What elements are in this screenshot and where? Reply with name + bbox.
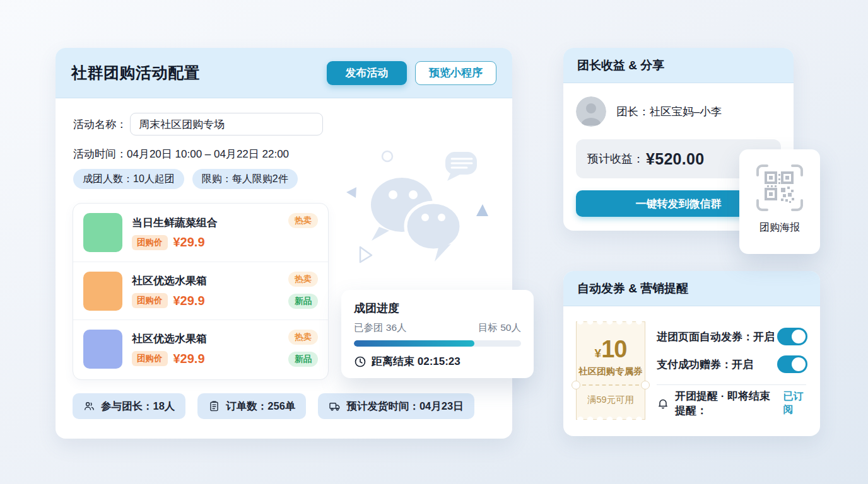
auto-coupon-card: 自动发券 & 营销提醒 ¥10 社区团购专属券 满59元可用 进团页面自动发券：… <box>563 271 820 436</box>
publish-activity-button[interactable]: 发布活动 <box>327 61 407 85</box>
product-price: ¥29.9 <box>173 352 205 366</box>
progress-title: 成团进度 <box>354 301 521 316</box>
group-poster-card[interactable]: 团购海报 <box>739 149 820 254</box>
auto-issue-toggle[interactable] <box>777 328 807 345</box>
coupon-condition: 满59元可用 <box>577 394 645 406</box>
group-price-tag: 团购价 <box>132 235 168 250</box>
coupon-name: 社区团购专属券 <box>577 366 645 377</box>
earnings-header: 团长收益 & 分享 <box>563 48 794 83</box>
page-title: 社群团购活动配置 <box>71 62 200 83</box>
income-label: 预计收益： <box>587 151 644 166</box>
activity-config-header: 社群团购活动配置 发布活动 预览小程序 <box>56 48 512 98</box>
payment-gift-label: 支付成功赠券：开启 <box>657 357 753 372</box>
group-progress-card: 成团进度 已参团 36人 目标 50人 距离结束 02:15:23 <box>341 290 534 378</box>
countdown-text: 距离结束 02:15:23 <box>372 354 460 369</box>
product-thumbnail <box>83 330 122 369</box>
activity-time-value: 04月20日 10:00 – 04月22日 22:00 <box>127 148 289 160</box>
activity-config-card: 社群团购活动配置 发布活动 预览小程序 <box>56 48 512 439</box>
subscribed-link[interactable]: 已订阅 <box>783 390 807 417</box>
header-buttons: 发布活动 预览小程序 <box>327 61 496 85</box>
marketing-header: 自动发券 & 营销提醒 <box>563 271 820 306</box>
rule-pills: 成团人数：10人起团 限购：每人限购2件 <box>73 169 298 189</box>
auto-issue-label: 进团页面自动发券：开启 <box>657 330 775 344</box>
hot-badge: 热卖 <box>288 330 318 345</box>
hot-badge: 热卖 <box>288 213 318 228</box>
people-icon <box>83 400 95 412</box>
activity-name-row: 活动名称： <box>73 113 323 135</box>
leader-name: 团长：社区宝妈–小李 <box>616 104 722 119</box>
coupon-ticket: ¥10 社区团购专属券 满59元可用 <box>576 321 645 420</box>
orders-icon <box>208 400 220 412</box>
new-badge: 新品 <box>288 352 318 367</box>
poster-label: 团购海报 <box>760 221 800 234</box>
product-price: ¥29.9 <box>173 235 205 250</box>
orders-stat-text: 订单数：256单 <box>226 400 295 413</box>
preview-miniprogram-button[interactable]: 预览小程序 <box>415 61 496 85</box>
bell-icon <box>657 397 669 410</box>
wechat-watermark <box>343 148 494 268</box>
joined-count: 已参团 36人 <box>354 321 407 335</box>
product-list: 当日生鲜蔬菜组合 团购价 ¥29.9 热卖 社区优选水果箱 <box>73 203 329 380</box>
product-thumbnail <box>83 213 122 252</box>
payment-gift-toggle[interactable] <box>777 355 807 373</box>
group-size-pill: 成团人数：10人起团 <box>73 169 184 189</box>
leaders-stat-pill: 参与团长：18人 <box>73 393 185 419</box>
product-thumbnail <box>83 272 122 311</box>
product-name: 当日生鲜蔬菜组合 <box>132 216 218 230</box>
activity-time-row: 活动时间：04月20日 10:00 – 04月22日 22:00 <box>73 147 289 161</box>
activity-time-label: 活动时间： <box>73 148 127 160</box>
hot-badge: 热卖 <box>288 272 318 287</box>
truck-icon <box>329 400 341 412</box>
coupon-amount: 10 <box>601 336 626 362</box>
product-price: ¥29.9 <box>173 294 205 308</box>
activity-config-body: 活动名称： 活动时间：04月20日 10:00 – 04月22日 22:00 成… <box>56 98 512 439</box>
person-icon <box>576 96 606 127</box>
progress-bar <box>354 340 521 347</box>
new-badge: 新品 <box>288 294 318 309</box>
product-row[interactable]: 社区优选水果箱 团购价 ¥29.9 热卖 新品 <box>73 320 328 377</box>
summary-stats-row: 参与团长：18人 订单数：256单 预计发货时间：04月23日 <box>73 393 474 419</box>
product-name: 社区优选水果箱 <box>132 331 207 346</box>
target-count: 目标 50人 <box>478 321 521 335</box>
product-row[interactable]: 社区优选水果箱 团购价 ¥29.9 热卖 新品 <box>73 262 328 320</box>
coupon-currency: ¥ <box>595 347 602 360</box>
orders-stat-pill: 订单数：256单 <box>197 393 306 419</box>
divider <box>657 384 806 385</box>
product-row[interactable]: 当日生鲜蔬菜组合 团购价 ¥29.9 热卖 <box>73 204 328 262</box>
clock-icon <box>354 355 367 368</box>
product-name: 社区优选水果箱 <box>132 274 207 288</box>
progress-fill <box>354 340 474 347</box>
activity-name-label: 活动名称： <box>73 117 127 132</box>
coupon-divider <box>582 384 639 386</box>
shipping-stat-pill: 预计发货时间：04月23日 <box>318 393 474 419</box>
group-price-tag: 团购价 <box>132 351 168 366</box>
group-buy-dashboard: 社群团购活动配置 发布活动 预览小程序 <box>0 0 868 484</box>
purchase-limit-pill: 限购：每人限购2件 <box>192 169 298 189</box>
group-price-tag: 团购价 <box>132 293 168 308</box>
activity-name-input[interactable] <box>130 113 323 135</box>
avatar <box>576 96 606 127</box>
shipping-stat-text: 预计发货时间：04月23日 <box>346 400 463 413</box>
qr-code-icon <box>753 161 806 214</box>
reminder-text: 开团提醒 · 即将结束提醒： <box>675 389 777 418</box>
leaders-stat-text: 参与团长：18人 <box>101 400 175 413</box>
income-value: ¥520.00 <box>646 150 704 168</box>
